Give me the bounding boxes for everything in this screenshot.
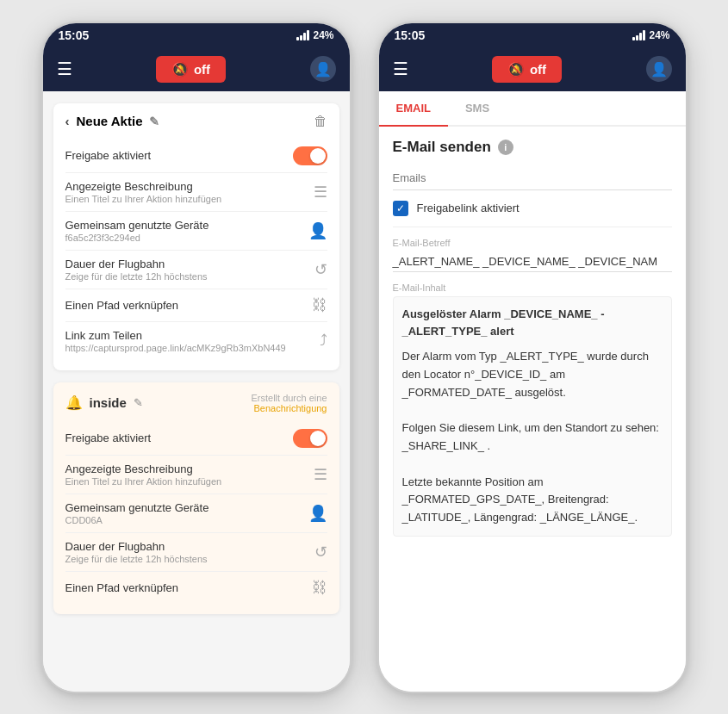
status-time-right: 15:05 [395, 28, 426, 42]
device-icon-inside: 👤 [308, 504, 327, 523]
edit-icon-card1[interactable]: ✎ [149, 115, 159, 128]
row-geraete-inside: Gemeinsam genutzte Geräte CDD06A 👤 [65, 494, 327, 533]
row-label-freigabe: Freigabe aktiviert [65, 149, 152, 162]
toggle-freigabe-inside[interactable] [293, 429, 327, 448]
row-label-beschreibung: Angezeigte Beschreibung Einen Titel zu I… [65, 180, 222, 204]
off-label-right: off [530, 62, 546, 77]
toggle-freigabe[interactable] [293, 146, 327, 165]
status-bar-right: 15:05 24% [379, 23, 686, 47]
edit-icon-inside[interactable]: ✎ [134, 396, 143, 409]
inside-title: inside [90, 395, 127, 410]
screen-content-right: E-Mail senden i ✓ Freigabelink aktiviert… [379, 127, 686, 692]
phone-right: 15:05 24% ☰ 🔕 off 👤 EMAIL SMS [377, 22, 688, 693]
email-body-line1: Der Alarm vom Typ _ALERT_TYPE_ wurde dur… [402, 350, 649, 399]
divider1 [393, 227, 672, 227]
row-label-beschreibung-inside: Angezeigte Beschreibung Einen Titel zu I… [65, 463, 222, 487]
status-right-left: 24% [296, 29, 333, 41]
user-icon-glyph-right: 👤 [650, 61, 668, 78]
row-label-flugbahn: Dauer der Flugbahn Zeige für die letzte … [65, 258, 208, 282]
subject-label: E-Mail-Betreff [393, 238, 672, 248]
row-freigabe-inside: Freigabe aktiviert [65, 422, 327, 456]
row-geraete: Gemeinsam genutzte Geräte f6a5c2f3f3c294… [65, 212, 327, 251]
subject-value[interactable]: _ALERT_NAME_ _DEVICE_NAME_ _DEVICE_NAM [393, 251, 672, 272]
row-flugbahn: Dauer der Flugbahn Zeige für die letzte … [65, 251, 327, 289]
card-inside: 🔔 inside ✎ Erstellt durch eine Benachric… [53, 382, 339, 614]
freigabe-checkbox-row: ✓ Freigabelink aktiviert [393, 201, 672, 216]
link-icon: ⛓ [312, 296, 327, 314]
hamburger-icon[interactable]: ☰ [57, 59, 72, 79]
off-label-left: off [194, 62, 210, 77]
screen-content-left: ‹ Neue Aktie ✎ 🗑 Freigabe aktiviert Ange… [43, 91, 350, 692]
email-body[interactable]: Ausgelöster Alarm _DEVICE_NAME_ - _ALERT… [393, 296, 672, 537]
user-avatar-left[interactable]: 👤 [310, 56, 336, 82]
tab-email[interactable]: EMAIL [379, 91, 448, 127]
status-bar-left: 15:05 24% [43, 23, 350, 47]
history-icon-inside: ↺ [314, 543, 327, 562]
app-bar-left: ☰ 🔕 off 👤 [43, 47, 350, 91]
link-icon-inside: ⛓ [312, 579, 327, 597]
row-label-link: Link zum Teilen https://captursprod.page… [65, 329, 286, 353]
card-neue-aktie: ‹ Neue Aktie ✎ 🗑 Freigabe aktiviert Ange… [53, 103, 339, 370]
signal-icon-right [632, 30, 645, 40]
body-field-group: E-Mail-Inhalt Ausgelöster Alarm _DEVICE_… [393, 282, 672, 537]
row-freigabe: Freigabe aktiviert [65, 140, 327, 173]
trash-icon-card1[interactable]: 🗑 [314, 114, 327, 129]
email-body-bold: Ausgelöster Alarm _DEVICE_NAME_ - _ALERT… [402, 306, 663, 342]
row-pfad-inside: Einen Pfad verknüpfen ⛓ [65, 572, 327, 604]
tab-sms[interactable]: SMS [448, 91, 507, 127]
row-label-flugbahn-inside: Dauer der Flugbahn Zeige für die letzte … [65, 540, 208, 564]
app-bar-right: ☰ 🔕 off 👤 [379, 47, 686, 91]
email-body-line2: Folgen Sie diesem Link, um den Standort … [402, 421, 659, 452]
description-icon: ☰ [314, 183, 327, 202]
freigabe-checkbox-label: Freigabelink aktiviert [417, 202, 520, 214]
bell-slash-icon: 🔕 [171, 61, 189, 78]
subject-field-group: E-Mail-Betreff _ALERT_NAME_ _DEVICE_NAME… [393, 238, 672, 272]
row-label-freigabe-inside: Freigabe aktiviert [65, 432, 152, 444]
tabs: EMAIL SMS [379, 91, 686, 127]
email-form: E-Mail senden i ✓ Freigabelink aktiviert… [379, 127, 686, 549]
email-input[interactable] [393, 166, 672, 190]
inside-header: 🔔 inside ✎ Erstellt durch eine Benachric… [65, 393, 327, 413]
battery-text-left: 24% [313, 29, 333, 41]
card-title-left: ‹ Neue Aktie ✎ [65, 114, 160, 128]
row-label-geraete: Gemeinsam genutzte Geräte f6a5c2f3f3c294… [65, 219, 209, 243]
inside-left: 🔔 inside ✎ [65, 394, 143, 411]
description-icon-inside: ☰ [314, 465, 327, 484]
email-title-text: E-Mail senden [393, 139, 491, 156]
hamburger-icon-right[interactable]: ☰ [393, 59, 408, 79]
row-pfad: Einen Pfad verknüpfen ⛓ [65, 289, 327, 322]
off-button-left[interactable]: 🔕 off [156, 56, 226, 83]
status-right-right: 24% [632, 29, 669, 41]
device-icon: 👤 [308, 221, 327, 240]
card-title-neue-aktie: ‹ Neue Aktie ✎ 🗑 [65, 114, 327, 129]
email-title: E-Mail senden i [393, 139, 672, 156]
history-icon: ↺ [314, 260, 327, 279]
card-title-text: Neue Aktie [77, 114, 143, 128]
bell-slash-icon-right: 🔕 [507, 61, 525, 78]
row-link-teilen: Link zum Teilen https://captursprod.page… [65, 322, 327, 360]
battery-text-right: 24% [649, 29, 669, 41]
info-icon[interactable]: i [498, 140, 513, 155]
row-beschreibung-inside: Angezeigte Beschreibung Einen Titel zu I… [65, 456, 327, 494]
status-time-left: 15:05 [59, 28, 90, 42]
share-link-icon: ⤴ [320, 332, 327, 350]
email-body-line3: Letzte bekannte Position am _FORMATED_GP… [402, 475, 638, 525]
row-flugbahn-inside: Dauer der Flugbahn Zeige für die letzte … [65, 533, 327, 572]
bell-icon: 🔔 [65, 394, 83, 411]
user-icon-glyph: 👤 [314, 61, 332, 78]
inside-right: Erstellt durch eine Benachrichtigung [251, 393, 327, 413]
row-label-pfad-inside: Einen Pfad verknüpfen [65, 581, 179, 594]
signal-icon [296, 30, 309, 40]
off-button-right[interactable]: 🔕 off [492, 56, 562, 83]
row-label-geraete-inside: Gemeinsam genutzte Geräte CDD06A [65, 501, 209, 525]
share-icon: ‹ [65, 114, 70, 128]
freigabe-checkbox[interactable]: ✓ [393, 201, 408, 216]
phone-left: 15:05 24% ☰ 🔕 off 👤 ‹ N [41, 22, 352, 693]
body-label: E-Mail-Inhalt [393, 282, 672, 293]
row-label-pfad: Einen Pfad verknüpfen [65, 299, 179, 312]
row-beschreibung: Angezeigte Beschreibung Einen Titel zu I… [65, 173, 327, 212]
user-avatar-right[interactable]: 👤 [646, 56, 672, 82]
